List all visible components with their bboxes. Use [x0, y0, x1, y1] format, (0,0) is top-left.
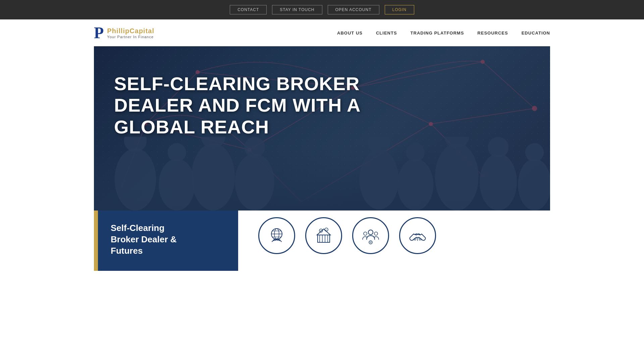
- svg-point-34: [480, 154, 517, 210]
- svg-point-30: [397, 159, 433, 210]
- open-account-button[interactable]: OPEN ACCOUNT: [328, 5, 379, 14]
- nav-about-us[interactable]: ABOUT US: [337, 31, 363, 36]
- icons-row: $ £: [238, 210, 550, 261]
- handshake-icon-circle: [399, 217, 436, 254]
- logo-tagline: Your Partner In Finance: [107, 35, 154, 39]
- hero-title: SELF-CLEARING BROKER DEALER AND FCM WITH…: [114, 73, 530, 138]
- svg-text:£: £: [326, 229, 327, 231]
- money-building-icon: $ £: [314, 226, 334, 246]
- nav-education[interactable]: EDUCATION: [522, 31, 550, 36]
- svg-point-29: [368, 137, 390, 154]
- svg-point-37: [525, 143, 544, 162]
- svg-point-31: [406, 143, 425, 162]
- svg-point-36: [518, 159, 550, 210]
- bottom-section: Self-Clearing Broker Dealer & Futures: [94, 210, 550, 271]
- money-building-icon-circle: $ £: [305, 217, 342, 254]
- panel-title: Self-Clearing Broker Dealer & Futures: [111, 223, 228, 256]
- blue-panel: Self-Clearing Broker Dealer & Futures: [94, 210, 238, 271]
- svg-marker-45: [317, 229, 330, 235]
- logo-brand: PhillipCapital: [107, 27, 154, 35]
- svg-point-55: [364, 232, 367, 235]
- globe-hands-icon: [267, 226, 287, 246]
- svg-point-56: [374, 232, 378, 235]
- hero-silhouettes: [94, 137, 550, 210]
- nav-resources[interactable]: RESOURCES: [477, 31, 508, 36]
- svg-point-32: [435, 143, 479, 210]
- globe-hands-icon-circle: [258, 217, 295, 254]
- login-button[interactable]: LOGIN: [385, 5, 414, 14]
- blue-accent-bar: [94, 210, 98, 271]
- svg-point-54: [368, 230, 373, 235]
- team-icon-circle: [352, 217, 389, 254]
- team-icon: [361, 226, 381, 246]
- svg-point-23: [167, 143, 186, 162]
- logo-letter: P: [94, 25, 104, 41]
- svg-point-35: [488, 137, 509, 158]
- hero-content: SELF-CLEARING BROKER DEALER AND FCM WITH…: [114, 73, 530, 138]
- svg-point-20: [115, 148, 156, 210]
- handshake-icon: [408, 226, 428, 246]
- contact-button[interactable]: CONTACT: [230, 5, 267, 14]
- svg-point-28: [359, 149, 398, 209]
- logo[interactable]: P PhillipCapital Your Partner In Finance: [94, 25, 154, 41]
- svg-point-26: [235, 154, 274, 210]
- svg-point-57: [369, 241, 372, 244]
- svg-point-27: [244, 137, 265, 158]
- svg-point-21: [124, 137, 147, 152]
- svg-point-24: [192, 143, 235, 210]
- nav-clients[interactable]: CLIENTS: [376, 31, 397, 36]
- nav-trading-platforms[interactable]: TRADING PLATFORMS: [411, 31, 464, 36]
- header: P PhillipCapital Your Partner In Finance…: [0, 19, 644, 46]
- svg-point-58: [370, 242, 371, 243]
- hero-section: SELF-CLEARING BROKER DEALER AND FCM WITH…: [94, 46, 550, 210]
- svg-point-22: [159, 159, 195, 210]
- main-nav: ABOUT US CLIENTS TRADING PLATFORMS RESOU…: [337, 31, 550, 36]
- stay-in-touch-button[interactable]: STAY IN TOUCH: [272, 5, 322, 14]
- top-bar: CONTACT STAY IN TOUCH OPEN ACCOUNT LOGIN: [0, 0, 644, 19]
